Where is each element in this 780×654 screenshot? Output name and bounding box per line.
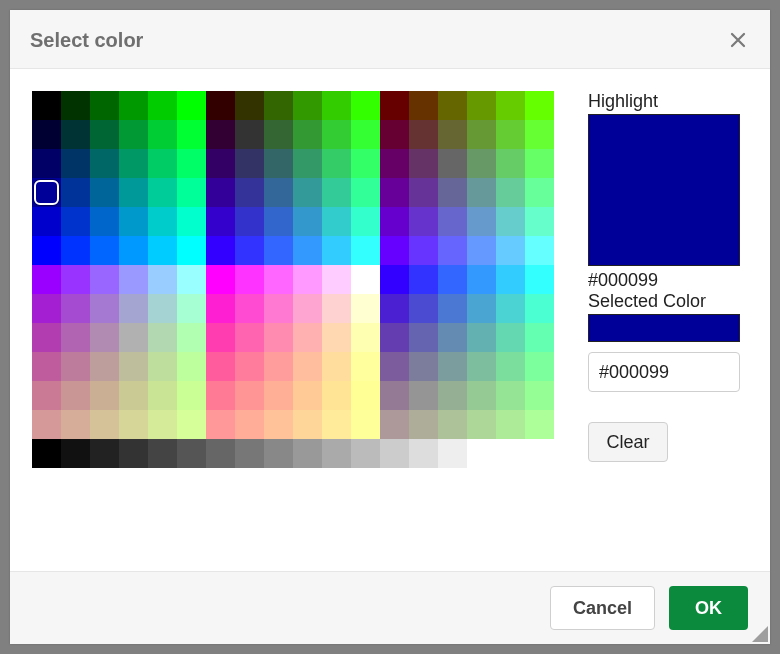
color-swatch[interactable] <box>293 265 322 294</box>
color-swatch[interactable] <box>293 294 322 323</box>
color-swatch[interactable] <box>61 236 90 265</box>
color-swatch[interactable] <box>32 149 61 178</box>
color-swatch[interactable] <box>467 323 496 352</box>
color-swatch[interactable] <box>525 236 554 265</box>
color-swatch[interactable] <box>380 91 409 120</box>
color-swatch[interactable] <box>119 265 148 294</box>
color-swatch[interactable] <box>496 149 525 178</box>
color-swatch[interactable] <box>177 352 206 381</box>
color-swatch[interactable] <box>206 265 235 294</box>
color-swatch[interactable] <box>148 207 177 236</box>
color-swatch[interactable] <box>380 265 409 294</box>
color-swatch[interactable] <box>119 207 148 236</box>
color-swatch[interactable] <box>206 323 235 352</box>
hex-input[interactable] <box>588 352 740 392</box>
color-swatch[interactable] <box>264 149 293 178</box>
color-swatch[interactable] <box>380 120 409 149</box>
color-swatch[interactable] <box>177 178 206 207</box>
color-swatch[interactable] <box>322 91 351 120</box>
color-swatch[interactable] <box>525 178 554 207</box>
gray-swatch[interactable] <box>293 439 322 468</box>
color-swatch[interactable] <box>264 410 293 439</box>
close-button[interactable] <box>726 28 750 52</box>
color-swatch[interactable] <box>177 120 206 149</box>
color-swatch[interactable] <box>90 120 119 149</box>
color-swatch[interactable] <box>409 149 438 178</box>
color-swatch[interactable] <box>293 149 322 178</box>
color-swatch[interactable] <box>206 236 235 265</box>
color-swatch[interactable] <box>235 91 264 120</box>
color-swatch[interactable] <box>235 178 264 207</box>
color-swatch[interactable] <box>61 323 90 352</box>
color-swatch[interactable] <box>409 410 438 439</box>
color-swatch[interactable] <box>409 265 438 294</box>
color-swatch[interactable] <box>322 381 351 410</box>
color-swatch[interactable] <box>32 265 61 294</box>
color-swatch[interactable] <box>206 207 235 236</box>
clear-button[interactable]: Clear <box>588 422 668 462</box>
color-swatch[interactable] <box>235 120 264 149</box>
color-swatch[interactable] <box>206 149 235 178</box>
color-swatch[interactable] <box>380 381 409 410</box>
color-swatch[interactable] <box>61 294 90 323</box>
color-swatch[interactable] <box>177 410 206 439</box>
color-swatch[interactable] <box>206 294 235 323</box>
color-swatch[interactable] <box>467 149 496 178</box>
gray-swatch[interactable] <box>525 439 554 468</box>
color-swatch[interactable] <box>409 381 438 410</box>
color-swatch[interactable] <box>264 178 293 207</box>
gray-swatch[interactable] <box>496 439 525 468</box>
color-swatch[interactable] <box>119 410 148 439</box>
color-swatch[interactable] <box>525 91 554 120</box>
color-swatch[interactable] <box>351 381 380 410</box>
color-swatch[interactable] <box>525 265 554 294</box>
color-swatch[interactable] <box>148 236 177 265</box>
color-swatch[interactable] <box>438 265 467 294</box>
color-swatch[interactable] <box>148 265 177 294</box>
color-swatch[interactable] <box>32 178 61 207</box>
color-swatch[interactable] <box>264 91 293 120</box>
color-swatch[interactable] <box>467 381 496 410</box>
color-swatch[interactable] <box>90 323 119 352</box>
color-swatch[interactable] <box>119 236 148 265</box>
color-swatch[interactable] <box>380 294 409 323</box>
color-swatch[interactable] <box>61 352 90 381</box>
color-swatch[interactable] <box>206 381 235 410</box>
color-swatch[interactable] <box>438 381 467 410</box>
gray-swatch[interactable] <box>351 439 380 468</box>
color-swatch[interactable] <box>496 120 525 149</box>
color-swatch[interactable] <box>322 294 351 323</box>
color-swatch[interactable] <box>496 352 525 381</box>
color-swatch[interactable] <box>409 178 438 207</box>
color-swatch[interactable] <box>32 410 61 439</box>
color-swatch[interactable] <box>90 381 119 410</box>
color-swatch[interactable] <box>496 410 525 439</box>
color-swatch[interactable] <box>235 207 264 236</box>
color-swatch[interactable] <box>496 265 525 294</box>
color-swatch[interactable] <box>525 149 554 178</box>
color-swatch[interactable] <box>409 91 438 120</box>
color-swatch[interactable] <box>380 178 409 207</box>
color-swatch[interactable] <box>177 323 206 352</box>
color-swatch[interactable] <box>467 352 496 381</box>
gray-swatch[interactable] <box>119 439 148 468</box>
color-swatch[interactable] <box>119 352 148 381</box>
color-swatch[interactable] <box>380 149 409 178</box>
gray-swatch[interactable] <box>264 439 293 468</box>
color-swatch[interactable] <box>90 352 119 381</box>
color-swatch[interactable] <box>409 236 438 265</box>
color-swatch[interactable] <box>351 120 380 149</box>
color-swatch[interactable] <box>206 91 235 120</box>
gray-swatch[interactable] <box>177 439 206 468</box>
color-swatch[interactable] <box>438 410 467 439</box>
color-swatch[interactable] <box>293 352 322 381</box>
color-swatch[interactable] <box>148 352 177 381</box>
color-swatch[interactable] <box>496 178 525 207</box>
color-swatch[interactable] <box>177 294 206 323</box>
color-swatch[interactable] <box>32 352 61 381</box>
color-swatch[interactable] <box>61 265 90 294</box>
color-swatch[interactable] <box>496 323 525 352</box>
color-swatch[interactable] <box>438 149 467 178</box>
color-swatch[interactable] <box>438 178 467 207</box>
color-swatch[interactable] <box>496 236 525 265</box>
